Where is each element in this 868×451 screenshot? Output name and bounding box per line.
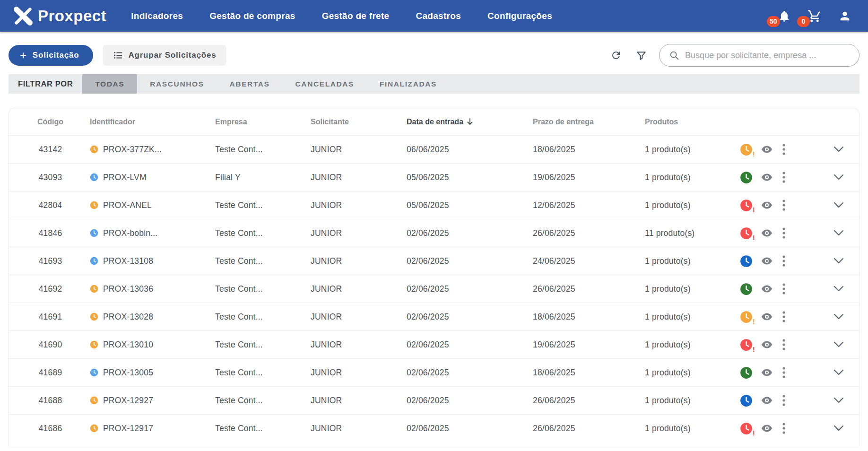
expand-row-button[interactable] bbox=[833, 145, 845, 154]
view-button[interactable] bbox=[759, 366, 774, 379]
cell-produtos: 1 produto(s) bbox=[645, 256, 732, 266]
table-row[interactable]: 41690 PROX-13010 Teste Cont... JUNIOR 02… bbox=[9, 330, 859, 358]
eye-icon bbox=[760, 311, 773, 322]
table-row[interactable]: 42804 PROX-ANEL Teste Cont... JUNIOR 05/… bbox=[9, 191, 859, 219]
expand-row-button[interactable] bbox=[833, 312, 845, 321]
nav-item-gestão-de-frete[interactable]: Gestão de frete bbox=[322, 11, 390, 21]
chevron-down-icon bbox=[833, 258, 844, 264]
more-options-button[interactable] bbox=[781, 310, 787, 324]
search-input[interactable] bbox=[685, 51, 850, 61]
cell-codigo: 41688 bbox=[28, 396, 73, 406]
cart-button[interactable]: 0 bbox=[807, 9, 822, 23]
expand-row-button[interactable] bbox=[833, 340, 845, 349]
expand-row-button[interactable] bbox=[833, 368, 845, 377]
expand-row-button[interactable] bbox=[833, 257, 845, 265]
kebab-icon bbox=[782, 311, 786, 323]
nav-item-indicadores[interactable]: Indicadores bbox=[131, 11, 183, 21]
col-header-produtos[interactable]: Produtos bbox=[645, 118, 732, 126]
expand-row-button[interactable] bbox=[833, 173, 845, 182]
more-options-button[interactable] bbox=[781, 198, 787, 212]
more-options-button[interactable] bbox=[781, 142, 787, 156]
view-button[interactable] bbox=[759, 199, 774, 212]
filter-tab-finalizadas[interactable]: FINALIZADAS bbox=[367, 74, 450, 94]
expand-row-button[interactable] bbox=[833, 229, 845, 237]
more-options-button[interactable] bbox=[781, 170, 787, 184]
more-options-button[interactable] bbox=[781, 393, 787, 408]
col-header-data-entrada[interactable]: Data de entrada bbox=[407, 118, 533, 126]
table-row[interactable]: 43142 PROX-377ZK... Teste Cont... JUNIOR… bbox=[9, 135, 859, 163]
cell-produtos: 1 produto(s) bbox=[645, 368, 732, 378]
table-row[interactable]: 41686 PROX-12917 Teste Cont... JUNIOR 02… bbox=[9, 414, 859, 442]
cell-identificador: PROX-13108 bbox=[73, 256, 215, 266]
new-solicitacao-button[interactable]: + Solicitação bbox=[9, 45, 93, 66]
table-row[interactable]: 41846 PROX-bobin... Teste Cont... JUNIOR… bbox=[9, 219, 859, 247]
expand-row-button[interactable] bbox=[833, 396, 845, 405]
request-clock-icon bbox=[90, 257, 98, 265]
expand-row-button[interactable] bbox=[833, 424, 845, 433]
view-button[interactable] bbox=[759, 422, 774, 435]
refresh-button[interactable] bbox=[608, 48, 624, 63]
cell-actions: ! bbox=[732, 393, 803, 408]
more-options-button[interactable] bbox=[781, 226, 787, 240]
table-row[interactable]: 41688 PROX-12927 Teste Cont... JUNIOR 02… bbox=[9, 386, 859, 414]
view-button[interactable] bbox=[759, 254, 774, 268]
notifications-badge: 50 bbox=[767, 16, 780, 27]
app-logo[interactable]: Proxpect bbox=[12, 6, 106, 26]
status-clock-icon: ! bbox=[740, 366, 753, 379]
request-clock-icon bbox=[90, 396, 98, 405]
cell-actions: ! bbox=[732, 421, 803, 435]
cell-empresa: Teste Cont... bbox=[215, 312, 311, 322]
eye-icon bbox=[760, 283, 773, 295]
filter-bar: FILTRAR POR TODASRASCUNHOSABERTASCANCELA… bbox=[9, 74, 859, 94]
chevron-down-icon bbox=[833, 286, 844, 292]
filter-button[interactable] bbox=[634, 48, 649, 63]
funnel-icon bbox=[636, 50, 647, 61]
cell-produtos: 1 produto(s) bbox=[645, 200, 732, 210]
col-header-codigo[interactable]: Código bbox=[28, 118, 73, 126]
expand-row-button[interactable] bbox=[833, 201, 845, 209]
view-button[interactable] bbox=[759, 282, 774, 295]
more-options-button[interactable] bbox=[781, 282, 787, 296]
col-header-empresa[interactable]: Empresa bbox=[215, 118, 311, 126]
view-button[interactable] bbox=[759, 143, 774, 156]
nav-item-gestão-de-compras[interactable]: Gestão de compras bbox=[209, 11, 295, 21]
filter-tab-rascunhos[interactable]: RASCUNHOS bbox=[137, 74, 217, 94]
view-button[interactable] bbox=[759, 338, 774, 351]
cell-identificador: PROX-12927 bbox=[73, 396, 215, 406]
table-row[interactable]: 41691 PROX-13028 Teste Cont... JUNIOR 02… bbox=[9, 303, 859, 330]
expand-row-button[interactable] bbox=[833, 285, 845, 293]
table-row[interactable]: 41693 PROX-13108 Teste Cont... JUNIOR 02… bbox=[9, 247, 859, 275]
nav-item-configurações[interactable]: Configurações bbox=[487, 11, 552, 21]
more-options-button[interactable] bbox=[781, 365, 787, 380]
col-header-solicitante[interactable]: Solicitante bbox=[311, 118, 407, 126]
view-button[interactable] bbox=[759, 310, 774, 323]
view-button[interactable] bbox=[759, 226, 774, 240]
col-header-prazo-entrega[interactable]: Prazo de entrega bbox=[533, 118, 645, 126]
cell-prazo-entrega: 18/06/2025 bbox=[533, 145, 645, 155]
col-header-identificador[interactable]: Identificador bbox=[73, 118, 215, 126]
table-row[interactable]: 43093 PROX-LVM Filial Y JUNIOR 05/06/202… bbox=[9, 163, 859, 191]
table-row[interactable]: 41692 PROX-13036 Teste Cont... JUNIOR 02… bbox=[9, 275, 859, 303]
nav-item-cadastros[interactable]: Cadastros bbox=[416, 11, 461, 21]
view-button[interactable] bbox=[759, 171, 774, 184]
filter-tab-todas[interactable]: TODAS bbox=[82, 74, 137, 94]
cell-actions: ! bbox=[732, 142, 803, 156]
cell-codigo: 41689 bbox=[28, 368, 73, 378]
more-options-button[interactable] bbox=[781, 338, 787, 352]
more-options-button[interactable] bbox=[781, 254, 787, 268]
group-solicitacoes-button[interactable]: Agrupar Solicitações bbox=[103, 45, 226, 66]
cell-produtos: 1 produto(s) bbox=[645, 312, 732, 322]
filter-tab-canceladas[interactable]: CANCELADAS bbox=[283, 74, 367, 94]
kebab-icon bbox=[782, 422, 786, 434]
cell-actions: ! bbox=[732, 226, 803, 240]
request-clock-icon bbox=[90, 173, 98, 182]
eye-icon bbox=[760, 395, 773, 406]
notifications-button[interactable]: 50 bbox=[777, 9, 791, 23]
cell-produtos: 1 produto(s) bbox=[645, 340, 732, 350]
more-options-button[interactable] bbox=[781, 421, 787, 435]
filter-tab-abertas[interactable]: ABERTAS bbox=[217, 74, 283, 94]
chevron-down-icon bbox=[833, 425, 844, 432]
table-row[interactable]: 41689 PROX-13005 Teste Cont... JUNIOR 02… bbox=[9, 358, 859, 386]
user-profile-button[interactable] bbox=[838, 9, 852, 23]
view-button[interactable] bbox=[759, 394, 774, 407]
